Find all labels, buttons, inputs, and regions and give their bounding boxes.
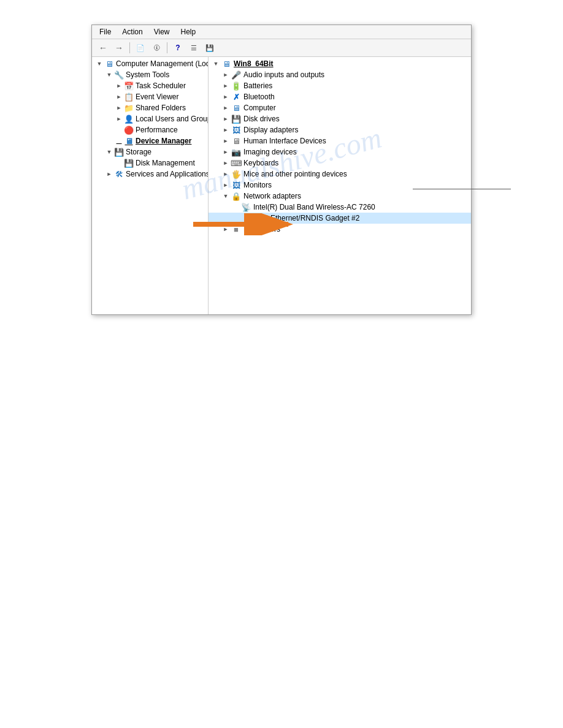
system-tools-expand-icon: ▼ — [104, 70, 114, 80]
root-device-icon: 🖥 — [221, 59, 232, 69]
keyboards-label: Keyboards — [243, 159, 278, 167]
mouse-icon: 🖐 — [231, 169, 242, 179]
menu-view[interactable]: View — [149, 26, 175, 37]
tree-services[interactable]: ► 🛠 Services and Applications — [92, 169, 208, 180]
device-mice[interactable]: ► 🖐 Mice and other pointing devices — [209, 169, 471, 180]
content-area: ▼ 🖥 Computer Management (Local ▼ 🔧 Syste… — [92, 57, 471, 314]
cpu-icon: ■ — [231, 224, 242, 234]
performance-expand-icon: ► — [114, 125, 124, 135]
properties-button[interactable]: 🛈 — [149, 41, 164, 55]
device-bluetooth[interactable]: ► ✗ Bluetooth — [209, 91, 471, 102]
tree-event-viewer[interactable]: ► 📋 Event Viewer — [92, 91, 208, 102]
intel-expand-icon: ► — [231, 204, 240, 210]
imaging-icon: 📷 — [231, 147, 242, 157]
device-root[interactable]: ▼ 🖥 Win8_64Bit — [209, 58, 471, 69]
device-intel-wifi[interactable]: ► 📡 Intel(R) Dual Band Wireless-AC 7260 — [209, 202, 471, 213]
shared-folders-label: Shared Folders — [136, 104, 186, 112]
keyboard-icon: ⌨ — [231, 158, 242, 168]
services-expand-icon: ► — [104, 169, 114, 179]
device-usb-ethernet[interactable]: ► 🖥 USB Ethernet/RNDIS Gadget #2 — [209, 213, 471, 224]
task-scheduler-expand-icon: ► — [114, 81, 124, 91]
root-label: Computer Management (Local — [116, 59, 209, 68]
menu-bar: File Action View Help — [92, 25, 471, 39]
event-viewer-icon: 📋 — [124, 92, 134, 102]
toolbar-separator-1 — [129, 42, 130, 53]
device-audio[interactable]: ► 🎤 Audio inputs and outputs — [209, 69, 471, 80]
hid-icon: 🖥 — [231, 136, 242, 146]
device-batteries[interactable]: ► 🔋 Batteries — [209, 80, 471, 91]
forward-button[interactable]: → — [112, 41, 126, 55]
event-viewer-expand-icon: ► — [114, 92, 124, 102]
shared-folders-icon: 📁 — [124, 103, 134, 113]
show-hide-button[interactable]: ☰ — [186, 41, 201, 55]
device-disk-drives[interactable]: ► 💾 Disk drives — [209, 113, 471, 124]
root-device-expand-icon: ▼ — [211, 61, 221, 67]
network-expand-icon: ▼ — [221, 193, 231, 199]
disk-drives-label: Disk drives — [243, 115, 280, 123]
usb-eth-expand-icon: ► — [231, 215, 240, 221]
device-network-adapters[interactable]: ▼ 🔒 Network adapters — [209, 191, 471, 202]
disk-mgmt-icon: 💾 — [124, 158, 134, 168]
shared-folders-expand-icon: ► — [114, 103, 124, 113]
tree-task-scheduler[interactable]: ► 📅 Task Scheduler — [92, 80, 208, 91]
monitor-icon: 🖼 — [231, 180, 242, 190]
tree-system-tools[interactable]: ▼ 🔧 System Tools — [92, 69, 208, 80]
network-adapters-label: Network adapters — [243, 192, 301, 200]
device-manager-label: Device Manager — [136, 137, 191, 145]
bluetooth-icon: ✗ — [231, 92, 242, 102]
audio-expand-icon: ► — [221, 72, 231, 78]
storage-expand-icon: ▼ — [104, 147, 114, 157]
usb-ethernet-label: USB Ethernet/RNDIS Gadget #2 — [253, 214, 359, 222]
menu-help[interactable]: Help — [176, 26, 201, 37]
batteries-expand-icon: ► — [221, 83, 231, 89]
computer-icon: 🖥 — [231, 103, 242, 113]
hid-label: Human Interface Devices — [243, 137, 326, 145]
monitors-label: Monitors — [243, 181, 272, 189]
storage-label: Storage — [126, 148, 151, 156]
tree-performance[interactable]: ► 🔴 Performance — [92, 124, 208, 135]
underline-decoration — [413, 189, 511, 189]
device-hid[interactable]: ► 🖥 Human Interface Devices — [209, 135, 471, 146]
device-processors[interactable]: ► ■ Processors — [209, 224, 471, 235]
tree-storage[interactable]: ▼ 💾 Storage — [92, 146, 208, 157]
audio-icon: 🎤 — [231, 70, 242, 80]
toolbar-separator-2 — [167, 42, 167, 53]
menu-file[interactable]: File — [94, 26, 116, 37]
batteries-label: Batteries — [243, 82, 272, 90]
up-button[interactable]: 📄 — [133, 41, 148, 55]
root-expand-icon: ▼ — [94, 59, 104, 69]
tree-disk-management[interactable]: ► 💾 Disk Management — [92, 157, 208, 169]
keyboards-expand-icon: ► — [221, 160, 231, 166]
tree-root[interactable]: ▼ 🖥 Computer Management (Local — [92, 58, 208, 69]
performance-icon: 🔴 — [124, 125, 134, 135]
display-expand-icon: ► — [221, 127, 231, 133]
help-button[interactable]: ? — [170, 41, 185, 55]
tree-local-users[interactable]: ► 👤 Local Users and Groups — [92, 113, 208, 124]
mice-label: Mice and other pointing devices — [243, 170, 347, 178]
menu-action[interactable]: Action — [117, 26, 147, 37]
hid-expand-icon: ► — [221, 138, 231, 144]
system-tools-label: System Tools — [126, 70, 169, 79]
performance-label: Performance — [136, 126, 178, 134]
storage-icon: 💾 — [114, 147, 124, 157]
task-scheduler-icon: 📅 — [124, 81, 134, 91]
device-display[interactable]: ► 🖼 Display adapters — [209, 124, 471, 135]
mice-expand-icon: ► — [221, 171, 231, 177]
wifi-icon: 📡 — [240, 202, 251, 212]
disk-drives-icon: 💾 — [231, 114, 242, 124]
tree-shared-folders[interactable]: ► 📁 Shared Folders — [92, 102, 208, 113]
disk-mgmt-expand-icon: ► — [114, 158, 124, 168]
disk-management-label: Disk Management — [136, 159, 195, 167]
device-imaging[interactable]: ► 📷 Imaging devices — [209, 146, 471, 157]
back-button[interactable]: ← — [96, 41, 110, 55]
system-tools-icon: 🔧 — [114, 70, 124, 80]
display-label: Display adapters — [243, 126, 298, 134]
imaging-label: Imaging devices — [243, 148, 297, 156]
device-keyboards[interactable]: ► ⌨ Keyboards — [209, 157, 471, 169]
export-button[interactable]: 💾 — [202, 41, 217, 55]
network-icon: 🔒 — [231, 191, 242, 201]
local-users-label: Local Users and Groups — [136, 115, 209, 123]
right-pane: ▼ 🖥 Win8_64Bit ► 🎤 Audio inputs and outp… — [209, 57, 471, 314]
tree-device-manager[interactable]: ► 🖥 Device Manager — [92, 135, 208, 146]
device-computer[interactable]: ► 🖥 Computer — [209, 102, 471, 113]
